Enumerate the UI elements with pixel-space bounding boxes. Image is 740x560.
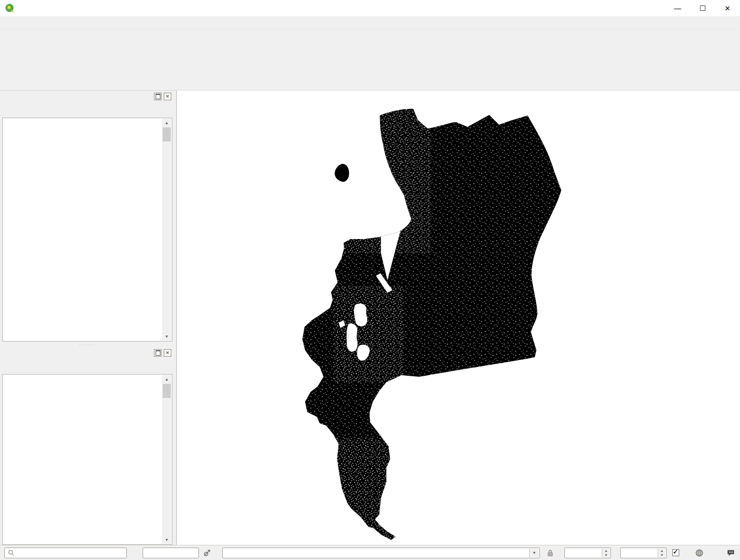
toolbar-row-3 (0, 70, 740, 91)
lock-scale-icon[interactable] (545, 548, 555, 558)
layers-tree: ▲ ▼ (2, 374, 172, 545)
rotation-spinbox[interactable]: ▲▼ (620, 548, 667, 558)
search-icon (7, 549, 16, 557)
scale-combobox[interactable]: ▼ (222, 548, 540, 558)
scale-dropdown-arrow[interactable]: ▼ (529, 549, 539, 557)
crs-globe-icon (694, 548, 704, 558)
left-dock: ✕ ▲ ▼ ······ ✕ ▲ ▼ (0, 91, 175, 545)
browser-tree: ▲ ▼ (2, 118, 172, 342)
browser-float-button[interactable] (154, 93, 162, 100)
layers-scrollbar[interactable]: ▲ ▼ (162, 375, 171, 544)
layers-close-button[interactable]: ✕ (164, 349, 171, 357)
map-canvas[interactable] (176, 91, 740, 545)
menu-bar (0, 16, 740, 29)
toolbar-row-1 (0, 29, 740, 49)
raster-layer-shape (177, 91, 740, 545)
maximize-button[interactable]: ☐ (690, 0, 715, 16)
coordinate-input[interactable] (143, 548, 199, 558)
panel-splitter[interactable]: ······ (0, 343, 175, 347)
toolbar-row-2 (0, 49, 740, 70)
layers-panel: ✕ ▲ ▼ (0, 347, 175, 545)
minimize-button[interactable]: — (665, 0, 690, 16)
toggle-extents-icon[interactable] (202, 548, 212, 558)
close-button[interactable]: ✕ (715, 0, 740, 16)
messages-icon[interactable] (726, 548, 736, 558)
qgis-logo-icon (4, 3, 15, 14)
browser-close-button[interactable]: ✕ (164, 93, 171, 100)
locator-search-input[interactable] (4, 548, 127, 558)
crs-status-button[interactable] (694, 548, 706, 558)
title-bar: — ☐ ✕ (0, 0, 740, 17)
magnifier-spinbox[interactable]: ▲▼ (564, 548, 611, 558)
layers-float-button[interactable] (154, 349, 162, 357)
render-checkbox[interactable] (672, 549, 685, 556)
status-bar: ▼ ▲▼ ▲▼ (0, 545, 740, 560)
browser-panel: ✕ ▲ ▼ ······ (0, 91, 175, 347)
browser-scrollbar[interactable]: ▲ ▼ (162, 119, 171, 340)
